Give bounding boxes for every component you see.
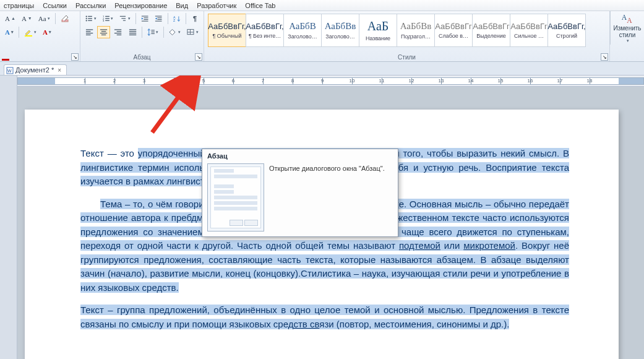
document-tab[interactable]: W Документ2 * ×	[4, 64, 67, 75]
svg-rect-30	[86, 35, 91, 35]
font-shrink-button[interactable]: A▼	[19, 12, 35, 25]
menu-item[interactable]: Вид	[176, 2, 188, 9]
menu-item[interactable]: Ссылки	[43, 2, 67, 9]
align-center-button[interactable]	[97, 26, 110, 38]
bullets-button[interactable]: ▾	[83, 12, 99, 25]
style-item[interactable]: АаБбВвГгСильное …	[510, 14, 548, 47]
style-sample: АаБбВвГг,	[246, 22, 283, 31]
shading-button[interactable]: ▾	[166, 26, 183, 38]
styles-gallery[interactable]: АаБбВвГг,¶ ОбычныйАаБбВвГг,¶ Без инте…Аа…	[207, 12, 607, 48]
line-spacing-button[interactable]: ▾	[145, 26, 161, 38]
style-name: Заголово…	[288, 33, 317, 40]
style-item[interactable]: АаБбВвГг,¶ Без инте…	[246, 14, 284, 47]
style-sample: АаБбВвГг	[510, 22, 547, 31]
svg-rect-15	[122, 18, 126, 19]
style-name: Подзагол…	[401, 33, 431, 40]
style-name: Слабое в…	[439, 33, 468, 39]
highlight-button[interactable]: ▾	[22, 26, 39, 38]
style-item[interactable]: АаБбВвГгСлабое в…	[434, 14, 473, 47]
horizontal-ruler[interactable]: 123456789101112131415161718	[17, 76, 644, 87]
svg-rect-18	[144, 17, 148, 18]
font-grow-button[interactable]: A▲	[2, 12, 18, 25]
paragraph-dialog-launcher[interactable]: ↘	[195, 53, 202, 61]
menu-item[interactable]: страницы	[4, 2, 34, 9]
align-justify-button[interactable]	[126, 26, 139, 38]
ribbon: A▲ A▼ Aa▾ A▾ ▾ A▾ ↘ ▾ 123▾ ▾ AZ	[0, 11, 644, 62]
sort-button[interactable]: AZ	[171, 12, 183, 25]
indent-increase-button[interactable]	[152, 12, 165, 25]
svg-rect-36	[117, 31, 122, 32]
style-name: ¶ Обычный	[212, 33, 241, 39]
numbering-button[interactable]: 123▾	[100, 12, 116, 25]
svg-rect-37	[114, 33, 121, 33]
text-effects-button[interactable]: A▾	[2, 26, 16, 38]
svg-rect-19	[144, 19, 148, 20]
style-name: ¶ Без инте…	[249, 33, 281, 39]
style-item[interactable]: АаБбВвГг,¶ Обычный	[208, 14, 246, 47]
svg-rect-43	[151, 30, 154, 30]
clear-format-button[interactable]	[58, 12, 72, 25]
font-color-button[interactable]: A▾	[40, 26, 54, 38]
style-sample: АаБбВвГг,	[547, 22, 585, 31]
svg-rect-23	[158, 19, 162, 20]
svg-point-2	[86, 16, 87, 17]
svg-rect-3	[88, 16, 92, 17]
menu-bar: страницы Ссылки Рассылки Рецензирование …	[0, 0, 644, 11]
svg-rect-28	[86, 31, 91, 32]
svg-text:W: W	[7, 69, 12, 73]
borders-button[interactable]: ▾	[184, 26, 201, 38]
style-item[interactable]: АаБбВвПодзагол…	[397, 14, 435, 47]
style-sample: АаБбВвГг	[435, 22, 471, 31]
align-left-button[interactable]	[83, 26, 96, 38]
font-dialog-launcher[interactable]: ↘	[71, 53, 79, 61]
show-marks-button[interactable]: ¶	[189, 12, 201, 25]
svg-rect-40	[129, 31, 135, 32]
svg-rect-1	[25, 35, 32, 37]
svg-rect-39	[129, 29, 135, 30]
style-item[interactable]: АаБбВвГг,Строгий	[547, 14, 586, 47]
svg-rect-22	[158, 17, 162, 18]
paragraph-tooltip: Абзац Открытие диалогового окна "Абзац".	[202, 149, 398, 237]
change-styles-button[interactable]: A A Изменить стили ▾	[610, 11, 644, 45]
word-doc-icon: W	[6, 67, 14, 74]
style-sample: АаБ	[367, 19, 389, 33]
svg-text:Z: Z	[173, 19, 176, 22]
svg-point-4	[86, 18, 87, 19]
style-item[interactable]: АаБНазвание	[359, 14, 397, 47]
work-area: 123456789101112131415161718 Текст — это …	[0, 76, 644, 359]
tooltip-thumbnail	[207, 163, 264, 231]
styles-dialog-launcher[interactable]: ↘	[601, 53, 608, 61]
indent-decrease-button[interactable]	[139, 12, 151, 25]
svg-text:A: A	[627, 17, 632, 25]
document-tab-label: Документ2 *	[15, 66, 54, 74]
align-right-button[interactable]	[111, 26, 124, 38]
style-item[interactable]: АаБбВЗаголово…	[283, 14, 322, 47]
change-styles-icon: A A	[619, 12, 635, 25]
svg-rect-31	[100, 29, 107, 30]
tooltip-text: Открытие диалогового окна "Абзац".	[269, 163, 393, 231]
style-sample: АаБбВвГг	[473, 22, 509, 31]
change-case-button[interactable]: Aa▾	[36, 12, 53, 25]
paragraph-3[interactable]: Текст – группа предложений, объединённых…	[80, 303, 569, 331]
svg-rect-27	[86, 29, 93, 30]
svg-rect-14	[120, 16, 126, 17]
menu-item[interactable]: Разработчик	[197, 2, 236, 9]
style-item[interactable]: АаБбВвЗаголово…	[321, 14, 359, 47]
style-name: Заголово…	[325, 33, 354, 40]
menu-item[interactable]: Рецензирование	[114, 2, 167, 9]
tooltip-title: Абзац	[202, 149, 398, 161]
style-name: Сильное …	[514, 33, 544, 39]
document-tabs: W Документ2 * ×	[0, 62, 644, 76]
menu-item[interactable]: Office Tab	[245, 2, 275, 9]
close-icon[interactable]: ×	[58, 67, 61, 74]
multilevel-button[interactable]: ▾	[117, 12, 133, 25]
svg-rect-7	[88, 20, 92, 21]
menu-item[interactable]: Рассылки	[75, 2, 106, 9]
svg-rect-38	[117, 35, 122, 35]
style-item[interactable]: АаБбВвГгВыделение	[472, 14, 510, 47]
paragraph-group: ▾ 123▾ ▾ AZ ¶ ▾ ▾ ▾ Абзац ↘	[80, 11, 204, 61]
style-sample: АаБбВв	[325, 21, 356, 32]
svg-rect-11	[105, 18, 109, 19]
style-sample: АаБбВ	[289, 21, 316, 32]
svg-rect-33	[100, 33, 107, 33]
